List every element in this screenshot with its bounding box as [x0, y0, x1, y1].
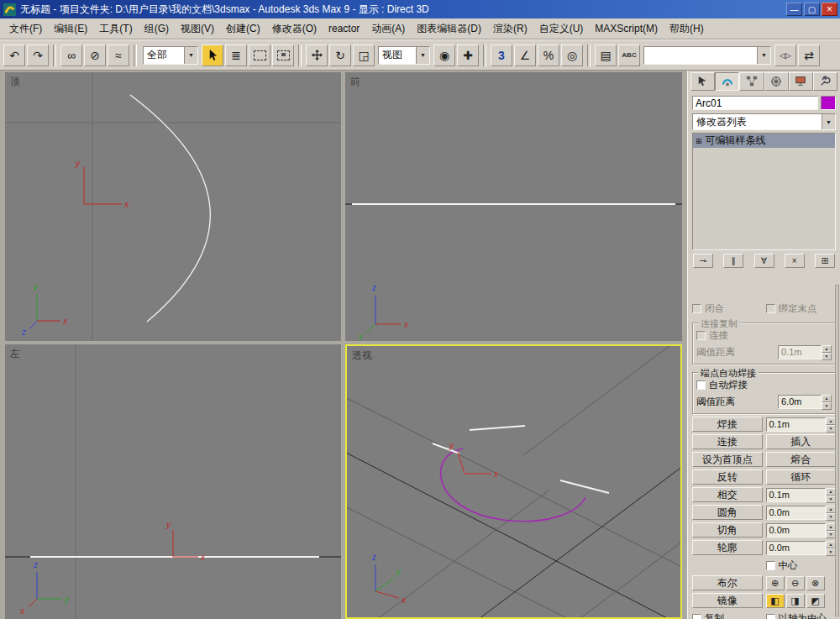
percent-snap-button[interactable]: %: [538, 45, 559, 66]
menu-item-animation[interactable]: 动画(A): [365, 20, 411, 38]
window-crossing-toggle-button[interactable]: [272, 45, 294, 66]
menu-item-tools[interactable]: 工具(T): [93, 20, 138, 38]
mirror-horizontal-button[interactable]: ◧: [766, 594, 785, 608]
close-button[interactable]: ×: [822, 3, 837, 16]
menu-item-edit[interactable]: 编辑(E): [48, 20, 93, 38]
object-name-field[interactable]: [692, 96, 818, 110]
boolean-union-button[interactable]: ⊕: [766, 576, 785, 590]
pin-stack-button[interactable]: ⊸: [693, 254, 713, 268]
redo-button[interactable]: ↷: [27, 45, 49, 66]
fillet-value-field[interactable]: 0.0m ▲ ▼: [766, 506, 837, 520]
spinner-down-icon[interactable]: ▼: [822, 353, 832, 360]
minimize-button[interactable]: —: [786, 3, 802, 16]
left-viewport-canvas[interactable]: y x z y x: [5, 344, 341, 619]
tab-modify[interactable]: [715, 72, 739, 91]
select-by-name-button[interactable]: ≣: [225, 45, 247, 66]
show-end-result-button[interactable]: ∥: [723, 254, 743, 268]
undo-button[interactable]: ↶: [3, 45, 25, 66]
weld-button[interactable]: 焊接: [692, 417, 763, 432]
mirror-both-button[interactable]: ◩: [806, 594, 825, 608]
spinner-down-icon[interactable]: ▼: [822, 402, 832, 410]
named-selection-sets-dropdown[interactable]: ▼: [643, 46, 771, 65]
tab-create[interactable]: [690, 72, 715, 91]
edit-named-sets-button[interactable]: ▤: [595, 45, 617, 66]
connect-checkbox[interactable]: 连接: [696, 329, 832, 342]
perspective-viewport-canvas[interactable]: x y z x y: [347, 346, 680, 617]
fillet-button[interactable]: 圆角: [692, 505, 763, 520]
mirror-vertical-button[interactable]: ◨: [786, 594, 805, 608]
use-pivot-center-button[interactable]: ◉: [433, 45, 455, 66]
rect-selection-region-button[interactable]: [249, 45, 270, 66]
arc-spline[interactable]: [440, 449, 585, 522]
menu-item-reactor[interactable]: reactor: [323, 21, 365, 36]
angle-snap-button[interactable]: ∠: [514, 45, 536, 66]
outline-button[interactable]: 轮廓: [692, 540, 763, 555]
viewport-front-label[interactable]: 前: [350, 75, 360, 89]
select-and-link-button[interactable]: ∞: [60, 45, 82, 66]
configure-modifier-sets-button[interactable]: ⊞: [815, 254, 835, 268]
object-color-swatch[interactable]: [821, 96, 836, 110]
select-and-move-button[interactable]: [306, 45, 328, 66]
menu-item-help[interactable]: 帮助(H): [664, 20, 710, 38]
center-checkbox[interactable]: 中心: [766, 559, 837, 572]
select-and-rotate-button[interactable]: ↻: [329, 45, 351, 66]
spinner-up-icon[interactable]: ▲: [822, 395, 832, 402]
tab-motion[interactable]: [764, 72, 789, 91]
snap-toggle-3d-button[interactable]: 3: [491, 45, 512, 66]
chamfer-value-field[interactable]: 0.0m ▲ ▼: [766, 523, 837, 538]
select-object-button[interactable]: [202, 45, 223, 66]
arc-spline[interactable]: [130, 95, 210, 322]
maximize-button[interactable]: ▢: [804, 3, 820, 16]
viewport-left[interactable]: y x z y x 左: [5, 344, 341, 619]
auto-weld-checkbox[interactable]: 自动焊接: [696, 379, 832, 391]
insert-button[interactable]: 插入: [766, 434, 837, 449]
reference-coordsys-dropdown[interactable]: 视图 ▼: [378, 46, 430, 65]
spinner-up-icon[interactable]: ▲: [822, 345, 832, 353]
menu-item-customize[interactable]: 自定义(U): [533, 20, 590, 38]
menu-item-rendering[interactable]: 渲染(R): [487, 20, 533, 38]
viewport-perspective[interactable]: x y z x y 透视: [345, 344, 682, 619]
selection-filter-dropdown[interactable]: 全部 ▼: [143, 46, 198, 65]
menu-item-graph-editors[interactable]: 图表编辑器(D): [411, 20, 487, 38]
about-pivot-checkbox[interactable]: 以轴为中心: [766, 612, 837, 619]
selected-segments[interactable]: [433, 426, 609, 493]
chamfer-button[interactable]: 切角: [692, 522, 763, 538]
menu-item-create[interactable]: 创建(C): [220, 20, 266, 38]
align-button[interactable]: ⇄: [798, 45, 820, 66]
tab-utilities[interactable]: [813, 72, 837, 91]
close-checkbox[interactable]: 闭合: [692, 302, 763, 315]
copy-checkbox[interactable]: 复制: [692, 612, 763, 619]
mirror-spline-button[interactable]: 镜像: [692, 593, 763, 608]
tab-display[interactable]: [789, 72, 813, 91]
viewport-perspective-label[interactable]: 透视: [352, 349, 372, 363]
menu-item-maxscript[interactable]: MAXScript(M): [589, 21, 664, 36]
menu-item-file[interactable]: 文件(F): [3, 20, 48, 38]
spinner-snap-button[interactable]: ◎: [561, 45, 583, 66]
cycle-button[interactable]: 循环: [766, 469, 837, 485]
unlink-button[interactable]: ⊘: [84, 45, 106, 66]
remove-modifier-button[interactable]: ×: [785, 254, 805, 268]
viewport-left-label[interactable]: 左: [10, 347, 20, 361]
connect-threshold-field[interactable]: 0.1m ▲ ▼: [778, 345, 832, 359]
bind-last-checkbox[interactable]: 绑定末点: [766, 302, 837, 315]
weld-value-field[interactable]: 0.1m ▲ ▼: [766, 417, 837, 432]
select-and-manipulate-button[interactable]: ✚: [457, 45, 479, 66]
select-and-scale-button[interactable]: ◲: [353, 45, 375, 66]
viewport-front[interactable]: z x y 前: [345, 72, 682, 341]
outline-value-field[interactable]: 0.0m ▲ ▼: [766, 541, 837, 555]
modifier-list-dropdown[interactable]: 修改器列表 ▼: [692, 113, 836, 130]
viewport-top[interactable]: y x y x z 顶: [5, 72, 341, 341]
connect-button[interactable]: 连接: [692, 434, 763, 449]
boolean-subtract-button[interactable]: ⊖: [786, 576, 805, 590]
menu-item-modifiers[interactable]: 修改器(O): [266, 20, 323, 38]
reverse-button[interactable]: 反转: [692, 469, 763, 485]
rollout-scrollbar[interactable]: [835, 285, 839, 616]
auto-weld-threshold-field[interactable]: 6.0m ▲ ▼: [778, 395, 832, 409]
make-first-button[interactable]: 设为首顶点: [692, 452, 763, 467]
keyboard-override-button[interactable]: ABC: [618, 45, 640, 66]
cross-insert-value-field[interactable]: 0.1m ▲ ▼: [766, 488, 837, 502]
make-unique-button[interactable]: ∀: [754, 254, 774, 268]
top-viewport-canvas[interactable]: y x y x z: [5, 72, 341, 341]
fuse-button[interactable]: 熔合: [766, 452, 837, 467]
boolean-intersect-button[interactable]: ⊗: [806, 576, 825, 590]
